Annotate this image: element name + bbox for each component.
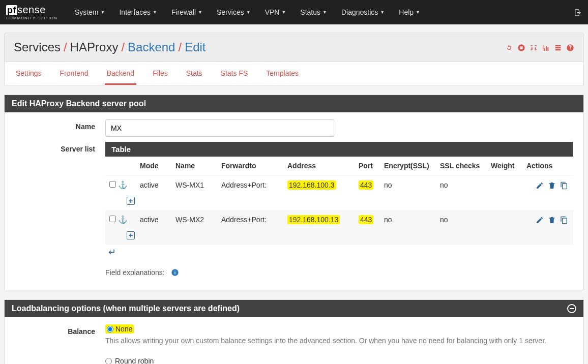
delete-icon[interactable]: [548, 215, 556, 224]
cell-sslchecks: no: [436, 175, 487, 195]
tab-settings[interactable]: Settings: [14, 62, 44, 85]
log-icon[interactable]: [554, 43, 562, 52]
col-mode: Mode: [136, 157, 171, 175]
cell-actions: [522, 210, 573, 229]
cell-address: 192.168.100.3: [283, 175, 355, 195]
nav-system[interactable]: System▼: [68, 0, 112, 24]
delete-icon[interactable]: [548, 180, 556, 189]
cell-actions: [522, 175, 573, 195]
panel-header-backend: Edit HAProxy Backend server pool: [5, 95, 583, 112]
help-none: This allows writing your own custom bala…: [105, 337, 573, 345]
breadcrumb-bar: Services / HAProxy / Backend / Edit: [4, 33, 584, 62]
cell-name: WS-MX2: [171, 210, 217, 229]
copy-icon[interactable]: [560, 180, 568, 189]
cell-mode: active: [136, 210, 171, 229]
top-nav: pfsense COMMUNITY EDITION System▼ Interf…: [0, 0, 588, 24]
col-address: Address: [283, 157, 355, 175]
add-row-icon[interactable]: ↵: [108, 247, 116, 257]
breadcrumb-actions: [505, 43, 574, 52]
tab-backend[interactable]: Backend: [105, 62, 136, 85]
name-input[interactable]: [105, 119, 334, 137]
nav-vpn[interactable]: VPN▼: [258, 0, 293, 24]
cell-weight: [487, 210, 522, 229]
panel-header-lb: Loadbalancing options (when multiple ser…: [5, 300, 583, 317]
radio-none[interactable]: [107, 326, 113, 332]
nav-interfaces[interactable]: Interfaces▼: [112, 0, 164, 24]
panel-loadbalancing: Loadbalancing options (when multiple ser…: [4, 299, 584, 364]
expand-icon[interactable]: +: [127, 231, 135, 239]
nav-status[interactable]: Status▼: [293, 0, 334, 24]
tab-statsfs[interactable]: Stats FS: [219, 62, 250, 85]
radio-roundrobin[interactable]: [105, 358, 112, 364]
table-row: ⚓ active WS-MX1 Address+Port: 192.168.10…: [105, 175, 573, 195]
chart-icon[interactable]: [542, 43, 550, 52]
cell-forwardto: Address+Port:: [217, 175, 283, 195]
col-blank: [105, 157, 136, 175]
cell-weight: [487, 175, 522, 195]
logo-subtitle: COMMUNITY EDITION: [6, 16, 57, 20]
tab-frontend[interactable]: Frontend: [58, 62, 91, 85]
cell-port: 443: [355, 175, 380, 195]
cell-encrypt: no: [380, 210, 436, 229]
cell-mode: active: [136, 175, 171, 195]
breadcrumb-edit[interactable]: Edit: [185, 40, 205, 54]
radio-none-label: None: [115, 325, 132, 333]
expand-icon[interactable]: +: [127, 197, 135, 205]
col-name: Name: [171, 157, 217, 175]
nav-diagnostics[interactable]: Diagnostics▼: [334, 0, 392, 24]
field-explanations-label: Field explanations:: [105, 268, 165, 277]
help-icon[interactable]: [566, 43, 574, 52]
logo-sense: sense: [17, 4, 46, 15]
server-table: Mode Name Forwardto Address Port Encrypt…: [105, 157, 573, 245]
refresh-icon[interactable]: [505, 43, 513, 52]
panel-backend-pool: Edit HAProxy Backend server pool Name Se…: [4, 95, 584, 290]
label-name: Name: [9, 119, 105, 131]
nav-help[interactable]: Help▼: [392, 0, 427, 24]
logout-icon[interactable]: [574, 7, 582, 18]
nav-services[interactable]: Services▼: [210, 0, 258, 24]
col-forwardto: Forwardto: [217, 157, 283, 175]
cell-port: 443: [355, 210, 380, 229]
row-checkbox[interactable]: [109, 216, 116, 222]
anchor-icon[interactable]: ⚓: [118, 215, 128, 224]
tab-bar: Settings Frontend Backend Files Stats St…: [4, 62, 584, 85]
stop-icon[interactable]: [517, 43, 525, 52]
label-balance: Balance: [9, 324, 105, 336]
copy-icon[interactable]: [560, 215, 568, 224]
cell-address: 192.168.100.13: [283, 210, 355, 229]
tab-templates[interactable]: Templates: [264, 62, 301, 85]
logo-pf: pf: [6, 5, 17, 15]
radio-rr-label: Round robin: [115, 357, 154, 364]
breadcrumb: Services / HAProxy / Backend / Edit: [14, 40, 206, 54]
cell-name: WS-MX1: [171, 175, 217, 195]
nav-firewall[interactable]: Firewall▼: [164, 0, 210, 24]
edit-icon[interactable]: [536, 180, 544, 189]
col-port: Port: [355, 157, 380, 175]
table-title: Table: [105, 142, 573, 157]
topnav-menu: System▼ Interfaces▼ Firewall▼ Services▼ …: [68, 0, 574, 24]
logo[interactable]: pfsense COMMUNITY EDITION: [6, 4, 57, 20]
tab-stats[interactable]: Stats: [184, 62, 204, 85]
table-row: ⚓ active WS-MX2 Address+Port: 192.168.10…: [105, 210, 573, 229]
edit-icon[interactable]: [536, 215, 544, 224]
label-serverlist: Server list: [9, 142, 105, 153]
info-icon[interactable]: [171, 267, 179, 278]
row-checkbox[interactable]: [109, 181, 116, 188]
breadcrumb-backend[interactable]: Backend: [128, 40, 175, 54]
cell-sslchecks: no: [436, 210, 487, 229]
breadcrumb-haproxy[interactable]: HAProxy: [70, 40, 119, 54]
col-actions: Actions: [522, 157, 573, 175]
col-encrypt: Encrypt(SSL): [380, 157, 436, 175]
cell-forwardto: Address+Port:: [217, 210, 283, 229]
sliders-icon[interactable]: [530, 43, 538, 52]
col-sslchecks: SSL checks: [436, 157, 487, 175]
breadcrumb-services[interactable]: Services: [14, 40, 61, 54]
cell-encrypt: no: [380, 175, 436, 195]
collapse-icon[interactable]: [567, 304, 576, 313]
col-weight: Weight: [487, 157, 522, 175]
anchor-icon[interactable]: ⚓: [118, 180, 128, 189]
tab-files[interactable]: Files: [151, 62, 170, 85]
